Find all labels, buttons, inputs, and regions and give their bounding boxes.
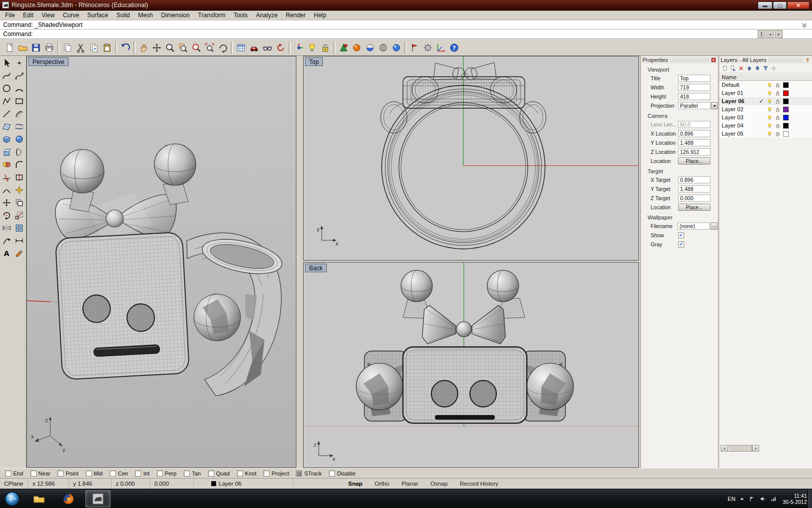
- start-button[interactable]: [4, 491, 20, 507]
- layers-column-header[interactable]: Name: [719, 73, 812, 81]
- layer-bulb-icon[interactable]: [765, 123, 773, 129]
- grid-icon[interactable]: [234, 41, 248, 54]
- pan-icon[interactable]: [137, 41, 150, 54]
- layers-panel-header[interactable]: Layers - All Layers: [719, 56, 812, 64]
- cplane-axes-icon[interactable]: [434, 41, 448, 54]
- layer-lock-icon[interactable]: [773, 115, 782, 120]
- move-up-icon[interactable]: [746, 65, 753, 72]
- undo-icon[interactable]: [119, 41, 132, 54]
- action-center-flag-icon[interactable]: [749, 495, 756, 502]
- layer-row[interactable]: Layer 04: [719, 121, 812, 130]
- layer-row[interactable]: Default: [719, 81, 812, 89]
- menu-item-curve[interactable]: Curve: [59, 11, 83, 20]
- command-prev-button[interactable]: ◂: [766, 30, 774, 38]
- place-button[interactable]: Place...: [678, 157, 710, 165]
- box-icon[interactable]: [1, 133, 13, 145]
- menu-item-view[interactable]: View: [38, 11, 59, 20]
- cut-icon[interactable]: [74, 41, 87, 54]
- join-icon[interactable]: [1, 184, 13, 196]
- property-value-y-location[interactable]: 1.488: [678, 139, 710, 146]
- visibility-icon[interactable]: [261, 41, 274, 54]
- layer-lock-icon[interactable]: [773, 82, 782, 88]
- paste-icon[interactable]: [100, 41, 114, 54]
- viewport-back[interactable]: Back: [303, 262, 639, 468]
- osnap-checkbox-end[interactable]: [5, 470, 11, 477]
- status-toggle-osnap[interactable]: Osnap: [424, 479, 454, 489]
- save-icon[interactable]: [29, 41, 43, 54]
- layer-row[interactable]: Layer 01: [719, 89, 812, 97]
- place-button[interactable]: Place...: [678, 204, 710, 211]
- paint-icon[interactable]: [13, 247, 25, 260]
- filter-icon[interactable]: [762, 65, 769, 72]
- extrude-icon[interactable]: [1, 146, 13, 158]
- rotate-object-icon[interactable]: [1, 209, 13, 221]
- layer-color-swatch[interactable]: [783, 82, 789, 88]
- layer-lock-icon[interactable]: [773, 131, 782, 137]
- viewport-label-top[interactable]: Top: [305, 57, 323, 66]
- property-value-width[interactable]: 719: [678, 84, 710, 91]
- command-popup-chevron-icon[interactable]: [801, 22, 808, 28]
- browse-button[interactable]: ...: [710, 223, 718, 230]
- menu-item-render[interactable]: Render: [282, 11, 310, 20]
- dimension-icon[interactable]: [13, 235, 25, 247]
- zoom-icon[interactable]: [163, 41, 177, 54]
- layer-lock-icon[interactable]: [773, 123, 782, 129]
- mirror-icon[interactable]: [1, 222, 13, 234]
- status-toggle-record-history[interactable]: Record History: [454, 479, 504, 489]
- new-file-icon[interactable]: [3, 41, 16, 54]
- osnap-checkbox-quad[interactable]: [208, 470, 214, 477]
- status-current-layer[interactable]: Layer 06: [207, 479, 293, 489]
- render-leaf-icon[interactable]: [337, 41, 350, 54]
- arc-icon[interactable]: [13, 82, 25, 94]
- duplicate-icon[interactable]: [87, 41, 100, 54]
- rotate-icon[interactable]: [274, 41, 287, 54]
- sphere-icon[interactable]: [13, 133, 25, 145]
- lamp-icon[interactable]: [306, 41, 319, 54]
- zoom-window-icon[interactable]: [177, 41, 190, 54]
- render-globe-icon[interactable]: [363, 41, 377, 54]
- osnap-checkbox-strack[interactable]: [296, 470, 302, 477]
- layer-row[interactable]: Layer 03: [719, 113, 812, 121]
- explode-icon[interactable]: [13, 184, 25, 196]
- select-arrow-icon[interactable]: [1, 57, 13, 69]
- property-value-filename[interactable]: (none): [678, 223, 709, 230]
- osnap-checkbox-point[interactable]: [57, 470, 63, 477]
- osnap-checkbox-near[interactable]: [30, 470, 37, 477]
- property-value-lens-len[interactable]: 50.0: [678, 121, 710, 128]
- taskbar-rhino-button[interactable]: [85, 490, 111, 507]
- curve-icon[interactable]: [1, 70, 13, 82]
- osnap-checkbox-perp[interactable]: [157, 470, 163, 477]
- split-icon[interactable]: [13, 171, 25, 183]
- menu-item-solid[interactable]: Solid: [112, 11, 134, 20]
- property-value-height[interactable]: 418: [678, 93, 710, 100]
- scale-icon[interactable]: [13, 209, 25, 221]
- property-value-y-target[interactable]: 1.488: [678, 185, 710, 193]
- layer-bulb-icon[interactable]: [765, 90, 773, 96]
- osnap-checkbox-int[interactable]: [135, 470, 141, 477]
- viewport-label-perspective[interactable]: Perspective: [28, 57, 69, 66]
- close-button[interactable]: ✕: [787, 2, 809, 9]
- property-value-z-target[interactable]: 0.000: [678, 195, 710, 202]
- text-icon[interactable]: A: [1, 247, 13, 260]
- orient-icon[interactable]: [1, 235, 13, 247]
- menu-item-dimension[interactable]: Dimension: [157, 11, 194, 20]
- command-history-line[interactable]: Command: _ShadedViewport: [0, 20, 812, 29]
- property-value-projection[interactable]: Parallel: [678, 102, 710, 109]
- surface-icon[interactable]: [1, 120, 13, 133]
- projection-dropdown-icon[interactable]: [711, 102, 718, 109]
- named-view-icon[interactable]: [248, 41, 261, 54]
- rectangle-icon[interactable]: [13, 95, 25, 107]
- copy-icon[interactable]: [61, 41, 74, 54]
- volume-icon[interactable]: [759, 495, 766, 502]
- network-icon[interactable]: [770, 495, 777, 502]
- osnap-checkbox-mid[interactable]: [86, 470, 92, 477]
- command-next-button[interactable]: ▸: [775, 30, 783, 38]
- viewport-top[interactable]: Top: [303, 56, 639, 261]
- menu-item-transform[interactable]: Transform: [194, 11, 229, 20]
- move-down-icon[interactable]: [754, 65, 761, 72]
- array-icon[interactable]: [13, 222, 25, 234]
- layer-bulb-icon[interactable]: [765, 99, 773, 104]
- menu-item-edit[interactable]: Edit: [19, 11, 38, 20]
- open-file-icon[interactable]: [16, 41, 29, 54]
- circle-icon[interactable]: [1, 82, 13, 94]
